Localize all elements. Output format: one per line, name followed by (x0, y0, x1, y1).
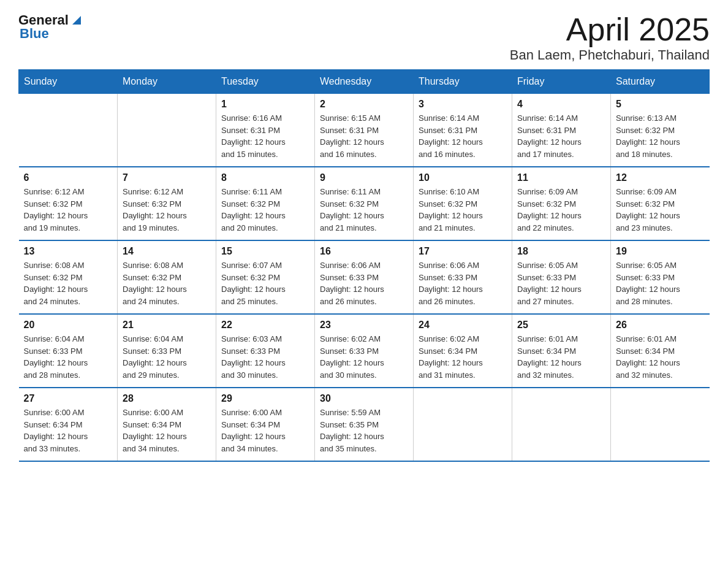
day-info: Sunrise: 6:09 AMSunset: 6:32 PMDaylight:… (616, 186, 705, 234)
weekday-header: Tuesday (216, 70, 315, 94)
day-info: Sunrise: 6:05 AMSunset: 6:33 PMDaylight:… (517, 259, 605, 307)
calendar-table: SundayMondayTuesdayWednesdayThursdayFrid… (18, 69, 710, 462)
logo-blue-text: Blue (20, 26, 49, 42)
page-header: General Blue April 2025 Ban Laem, Phetch… (18, 12, 710, 63)
page-title: April 2025 (510, 12, 710, 47)
day-info: Sunrise: 6:10 AMSunset: 6:32 PMDaylight:… (419, 186, 507, 234)
calendar-cell (611, 388, 710, 461)
day-info: Sunrise: 5:59 AMSunset: 6:35 PMDaylight:… (320, 407, 408, 454)
day-info: Sunrise: 6:05 AMSunset: 6:33 PMDaylight:… (616, 259, 705, 307)
calendar-cell: 29Sunrise: 6:00 AMSunset: 6:34 PMDayligh… (216, 388, 315, 461)
day-number: 4 (517, 99, 605, 110)
day-info: Sunrise: 6:16 AMSunset: 6:31 PMDaylight:… (221, 112, 309, 160)
calendar-cell: 6Sunrise: 6:12 AMSunset: 6:32 PMDaylight… (19, 167, 118, 240)
day-info: Sunrise: 6:13 AMSunset: 6:32 PMDaylight:… (616, 112, 705, 160)
day-info: Sunrise: 6:11 AMSunset: 6:32 PMDaylight:… (221, 186, 309, 234)
day-number: 9 (320, 172, 408, 183)
svg-marker-0 (72, 16, 81, 25)
calendar-cell: 26Sunrise: 6:01 AMSunset: 6:34 PMDayligh… (611, 314, 710, 388)
day-number: 10 (419, 172, 507, 183)
day-number: 11 (517, 172, 605, 183)
calendar-week-row: 20Sunrise: 6:04 AMSunset: 6:33 PMDayligh… (19, 314, 710, 388)
day-number: 21 (123, 320, 211, 331)
calendar-cell (118, 94, 216, 167)
logo-triangle-icon (70, 13, 83, 27)
day-info: Sunrise: 6:12 AMSunset: 6:32 PMDaylight:… (24, 186, 113, 234)
day-number: 19 (616, 246, 705, 257)
day-info: Sunrise: 6:01 AMSunset: 6:34 PMDaylight:… (616, 333, 705, 381)
calendar-week-row: 1Sunrise: 6:16 AMSunset: 6:31 PMDaylight… (19, 94, 710, 167)
calendar-cell: 19Sunrise: 6:05 AMSunset: 6:33 PMDayligh… (611, 240, 710, 314)
day-number: 6 (24, 172, 113, 183)
calendar-week-row: 6Sunrise: 6:12 AMSunset: 6:32 PMDaylight… (19, 167, 710, 240)
page-subtitle: Ban Laem, Phetchaburi, Thailand (510, 47, 710, 63)
day-number: 15 (221, 246, 309, 257)
day-info: Sunrise: 6:06 AMSunset: 6:33 PMDaylight:… (419, 259, 507, 307)
day-info: Sunrise: 6:08 AMSunset: 6:32 PMDaylight:… (24, 259, 113, 307)
day-number: 24 (419, 320, 507, 331)
day-info: Sunrise: 6:07 AMSunset: 6:32 PMDaylight:… (221, 259, 309, 307)
calendar-cell: 30Sunrise: 5:59 AMSunset: 6:35 PMDayligh… (315, 388, 414, 461)
calendar-cell (414, 388, 512, 461)
weekday-header: Thursday (414, 70, 512, 94)
calendar-cell: 4Sunrise: 6:14 AMSunset: 6:31 PMDaylight… (512, 94, 611, 167)
day-number: 12 (616, 172, 705, 183)
calendar-cell: 27Sunrise: 6:00 AMSunset: 6:34 PMDayligh… (19, 388, 118, 461)
day-number: 27 (24, 393, 113, 404)
day-number: 5 (616, 99, 705, 110)
day-info: Sunrise: 6:12 AMSunset: 6:32 PMDaylight:… (123, 186, 211, 234)
day-info: Sunrise: 6:14 AMSunset: 6:31 PMDaylight:… (517, 112, 605, 160)
weekday-header: Friday (512, 70, 611, 94)
day-info: Sunrise: 6:00 AMSunset: 6:34 PMDaylight:… (24, 407, 113, 454)
calendar-cell: 13Sunrise: 6:08 AMSunset: 6:32 PMDayligh… (19, 240, 118, 314)
day-info: Sunrise: 6:03 AMSunset: 6:33 PMDaylight:… (221, 333, 309, 381)
day-number: 3 (419, 99, 507, 110)
calendar-cell: 2Sunrise: 6:15 AMSunset: 6:31 PMDaylight… (315, 94, 414, 167)
day-info: Sunrise: 6:08 AMSunset: 6:32 PMDaylight:… (123, 259, 211, 307)
day-number: 14 (123, 246, 211, 257)
day-info: Sunrise: 6:04 AMSunset: 6:33 PMDaylight:… (123, 333, 211, 381)
calendar-cell: 28Sunrise: 6:00 AMSunset: 6:34 PMDayligh… (118, 388, 216, 461)
calendar-cell: 16Sunrise: 6:06 AMSunset: 6:33 PMDayligh… (315, 240, 414, 314)
day-number: 25 (517, 320, 605, 331)
calendar-cell: 11Sunrise: 6:09 AMSunset: 6:32 PMDayligh… (512, 167, 611, 240)
calendar-cell (512, 388, 611, 461)
day-number: 23 (320, 320, 408, 331)
calendar-cell: 9Sunrise: 6:11 AMSunset: 6:32 PMDaylight… (315, 167, 414, 240)
day-number: 2 (320, 99, 408, 110)
day-number: 28 (123, 393, 211, 404)
day-info: Sunrise: 6:02 AMSunset: 6:33 PMDaylight:… (320, 333, 408, 381)
day-info: Sunrise: 6:11 AMSunset: 6:32 PMDaylight:… (320, 186, 408, 234)
day-info: Sunrise: 6:02 AMSunset: 6:34 PMDaylight:… (419, 333, 507, 381)
logo: General Blue (18, 12, 83, 42)
calendar-cell: 18Sunrise: 6:05 AMSunset: 6:33 PMDayligh… (512, 240, 611, 314)
title-block: April 2025 Ban Laem, Phetchaburi, Thaila… (510, 12, 710, 63)
calendar-cell: 21Sunrise: 6:04 AMSunset: 6:33 PMDayligh… (118, 314, 216, 388)
day-number: 13 (24, 246, 113, 257)
day-info: Sunrise: 6:15 AMSunset: 6:31 PMDaylight:… (320, 112, 408, 160)
weekday-header: Wednesday (315, 70, 414, 94)
calendar-cell: 14Sunrise: 6:08 AMSunset: 6:32 PMDayligh… (118, 240, 216, 314)
day-number: 16 (320, 246, 408, 257)
day-number: 20 (24, 320, 113, 331)
calendar-cell: 3Sunrise: 6:14 AMSunset: 6:31 PMDaylight… (414, 94, 512, 167)
calendar-cell: 10Sunrise: 6:10 AMSunset: 6:32 PMDayligh… (414, 167, 512, 240)
day-number: 7 (123, 172, 211, 183)
day-number: 8 (221, 172, 309, 183)
calendar-cell: 8Sunrise: 6:11 AMSunset: 6:32 PMDaylight… (216, 167, 315, 240)
day-number: 18 (517, 246, 605, 257)
calendar-header-row: SundayMondayTuesdayWednesdayThursdayFrid… (19, 70, 710, 94)
day-info: Sunrise: 6:01 AMSunset: 6:34 PMDaylight:… (517, 333, 605, 381)
calendar-cell: 7Sunrise: 6:12 AMSunset: 6:32 PMDaylight… (118, 167, 216, 240)
calendar-week-row: 13Sunrise: 6:08 AMSunset: 6:32 PMDayligh… (19, 240, 710, 314)
day-number: 22 (221, 320, 309, 331)
calendar-cell: 24Sunrise: 6:02 AMSunset: 6:34 PMDayligh… (414, 314, 512, 388)
day-info: Sunrise: 6:04 AMSunset: 6:33 PMDaylight:… (24, 333, 113, 381)
calendar-week-row: 27Sunrise: 6:00 AMSunset: 6:34 PMDayligh… (19, 388, 710, 461)
calendar-cell: 17Sunrise: 6:06 AMSunset: 6:33 PMDayligh… (414, 240, 512, 314)
day-info: Sunrise: 6:09 AMSunset: 6:32 PMDaylight:… (517, 186, 605, 234)
day-number: 17 (419, 246, 507, 257)
weekday-header: Monday (118, 70, 216, 94)
day-number: 30 (320, 393, 408, 404)
calendar-cell: 15Sunrise: 6:07 AMSunset: 6:32 PMDayligh… (216, 240, 315, 314)
